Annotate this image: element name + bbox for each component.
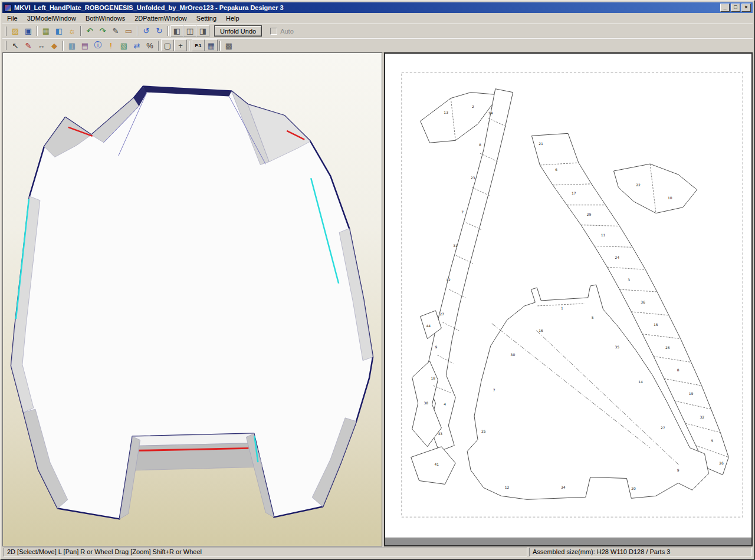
edge-number-label: 9: [677, 468, 680, 472]
pen-icon[interactable]: ✎: [109, 25, 122, 37]
grid-icon[interactable]: ▦: [205, 39, 218, 51]
unfold-undo-button[interactable]: Unfold Undo: [214, 25, 262, 37]
edge-number-label: 41: [434, 462, 439, 466]
measure-icon[interactable]: ↔: [35, 39, 48, 51]
open-file-icon[interactable]: ▨: [9, 25, 22, 37]
edge-number-label: 1: [561, 306, 563, 310]
menu-item-2d-pattern-window[interactable]: 2DPatternWindow: [130, 14, 192, 23]
toolbar-2d-icons: ↖✎↔◆▥▤ⓘ!▧⇄%▢+P.1▦▩: [9, 39, 235, 51]
refresh-icon[interactable]: ⇄: [130, 39, 143, 51]
toolbar-grip[interactable]: [5, 41, 6, 50]
edge-number-label: 14: [488, 111, 493, 115]
edge-number-label: 26: [719, 461, 724, 465]
window-2d-only-icon[interactable]: ◨: [196, 25, 209, 37]
window-3d-only-icon[interactable]: ◧: [170, 25, 183, 37]
toolbar-main: ▨▣▦◧☼↶↷✎▭↺↻◧◫◨ Unfold Undo Auto: [2, 24, 753, 38]
edge-number-label: 10: [668, 196, 672, 200]
status-bar: 2D [Select/Move] L [Pan] R or Wheel Drag…: [2, 546, 753, 558]
texture-view-icon[interactable]: ▦: [40, 25, 52, 37]
info-icon[interactable]: ⓘ: [91, 39, 104, 51]
window-both-icon[interactable]: ◫: [183, 25, 196, 37]
edge-number-label: 13: [444, 110, 448, 114]
edge-number-label: 15: [654, 322, 658, 327]
edge-number-label: 34: [561, 485, 566, 489]
edge-number-label: 24: [615, 255, 619, 259]
toolbar-separator: [219, 41, 221, 51]
edge-number-label: 7: [461, 210, 464, 214]
edge-number-label: 3: [628, 278, 630, 282]
paint-icon[interactable]: ◆: [48, 39, 61, 51]
stats-icon[interactable]: ▥: [65, 39, 78, 51]
edge-number-label: 9: [435, 345, 437, 349]
auto-checkbox-label: Auto: [280, 28, 294, 35]
toolbar-separator: [189, 41, 190, 51]
close-button[interactable]: ×: [741, 4, 751, 12]
edge-number-label: 2: [472, 104, 474, 108]
edge-number-label: 35: [615, 345, 619, 349]
check-warning-icon[interactable]: !: [104, 39, 117, 51]
edge-number-label: 19: [689, 391, 694, 396]
image-export-icon[interactable]: ▧: [117, 39, 130, 51]
menu-item-both-windows[interactable]: BothWindows: [81, 14, 130, 23]
auto-checkbox-box[interactable]: [270, 28, 277, 35]
rotate-left-icon[interactable]: ↺: [140, 25, 153, 37]
material-icon[interactable]: ◧: [52, 25, 65, 37]
edge-number-label: 12: [505, 485, 510, 489]
2d-pattern-canvas[interactable]: 1321482373112279184332161729112433615288…: [385, 54, 751, 538]
edge-number-label: 31: [453, 243, 458, 248]
menu-item-3d-model-window[interactable]: 3DModelWindow: [22, 14, 81, 23]
edge-number-label: 27: [661, 426, 665, 430]
edge-number-label: 6: [555, 167, 557, 172]
window-controls: _□×: [720, 4, 751, 12]
3d-model-viewport[interactable]: [2, 52, 382, 546]
toolbar-separator: [168, 26, 169, 36]
edge-number-label: 20: [631, 486, 636, 490]
horizontal-scrollbar[interactable]: [385, 538, 751, 545]
window-title: MKVI_Left_HandPlate_ROBOGENESIS_Unfolded…: [14, 4, 718, 11]
page-number-icon[interactable]: P.1: [192, 39, 205, 51]
edge-number-label: 16: [539, 328, 543, 332]
edge-number-label: 32: [700, 415, 705, 419]
move-part-icon[interactable]: +: [174, 39, 187, 51]
toolbar-separator: [158, 41, 159, 51]
edge-number-label: 17: [572, 191, 576, 195]
main-split-area: 1321482373112279184332161729112433615288…: [2, 52, 753, 546]
2d-pattern-viewport[interactable]: 1321482373112279184332161729112433615288…: [384, 52, 753, 546]
toolbar-2d: ↖✎↔◆▥▤ⓘ!▧⇄%▢+P.1▦▩: [2, 38, 753, 52]
toolbar-main-icons: ▨▣▦◧☼↶↷✎▭↺↻◧◫◨: [9, 25, 209, 37]
menu-item-file[interactable]: File: [2, 14, 22, 23]
edge-number-label: 18: [431, 376, 436, 380]
edge-number-label: 36: [641, 300, 645, 304]
scale-icon[interactable]: %: [143, 39, 156, 51]
save-icon[interactable]: ▣: [22, 25, 35, 37]
edge-number-label: 14: [638, 380, 643, 384]
edit-edge-icon[interactable]: ✎: [22, 39, 35, 51]
edge-number-label: 8: [479, 143, 481, 147]
parts-list-icon[interactable]: ▤: [78, 39, 91, 51]
light-icon[interactable]: ☼: [65, 25, 78, 37]
edge-number-label: 12: [446, 278, 451, 282]
redo-icon[interactable]: ↷: [96, 25, 109, 37]
minimize-button[interactable]: _: [720, 4, 730, 12]
print-setup-icon[interactable]: ▩: [222, 39, 235, 51]
3d-model-canvas[interactable]: [3, 53, 382, 546]
status-assembled-size: Assembled size(mm): H28 W110 D128 / Part…: [529, 548, 751, 556]
menu-item-help[interactable]: Help: [221, 14, 244, 23]
undo-icon[interactable]: ↶: [83, 25, 96, 37]
select-rect-icon[interactable]: ▢: [161, 39, 174, 51]
edge-number-label: 28: [665, 345, 670, 350]
menu-item-setting[interactable]: Setting: [192, 14, 221, 23]
title-bar[interactable]: MKVI_Left_HandPlate_ROBOGENESIS_Unfolded…: [2, 2, 753, 13]
edge-number-label: 33: [438, 431, 442, 436]
edge-number-label: 29: [587, 212, 592, 216]
rotate-right-icon[interactable]: ↻: [153, 25, 166, 37]
auto-checkbox[interactable]: Auto: [270, 28, 294, 35]
select-move-icon[interactable]: ↖: [9, 39, 22, 51]
toolbar-grip[interactable]: [5, 27, 6, 36]
eraser-icon[interactable]: ▭: [122, 25, 135, 37]
edge-number-label: 38: [424, 401, 429, 405]
edge-number-label: 4: [444, 402, 446, 406]
edge-number-label: 7: [493, 388, 495, 392]
edge-number-label: 21: [539, 141, 543, 146]
maximize-button[interactable]: □: [731, 4, 740, 12]
